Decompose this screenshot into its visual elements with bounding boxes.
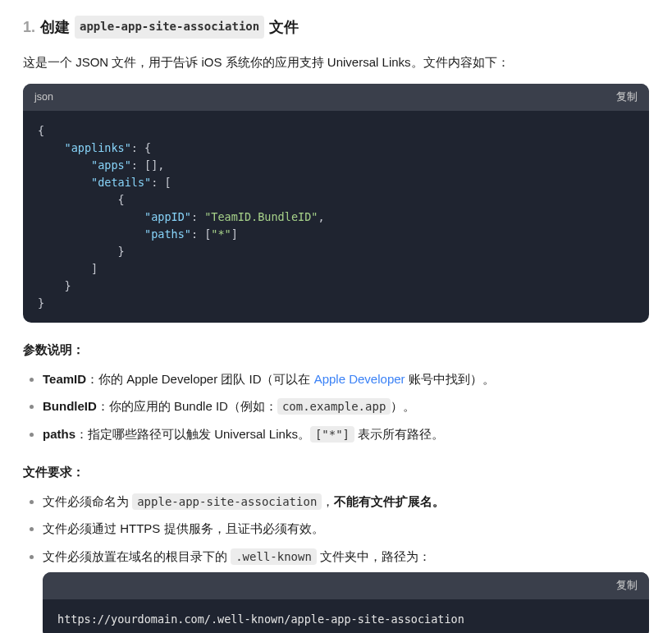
code-punc: ]: [231, 227, 238, 241]
req-text: ，: [322, 494, 334, 508]
heading-suffix: 文件: [269, 15, 299, 40]
param-text: 表示所有路径。: [354, 427, 444, 441]
code-content: { "applinks": { "apps": [], "details": […: [23, 111, 649, 323]
code-block-json: json 复制 { "applinks": { "apps": [], "det…: [23, 84, 649, 323]
req-code: .well-known: [231, 548, 317, 565]
code-key: "paths": [144, 227, 191, 241]
requirements-title: 文件要求：: [23, 461, 649, 483]
code-line: }: [38, 296, 44, 310]
param-text: ：你的 Apple Developer 团队 ID（可以在: [86, 372, 314, 386]
req-code: apple-app-site-association: [132, 493, 322, 510]
list-item: BundleID：你的应用的 Bundle ID（例如：com.example.…: [43, 396, 649, 417]
req-text: 文件夹中，路径为：: [317, 549, 431, 563]
code-line: }: [118, 245, 125, 258]
req-strong: 不能有文件扩展名。: [334, 494, 445, 508]
code-key: "apps": [91, 158, 131, 172]
step-number: 1.: [23, 15, 35, 40]
code-punc: :: [191, 210, 204, 223]
code-punc: ,: [318, 210, 324, 223]
requirements-list: 文件必须命名为 apple-app-site-association，不能有文件…: [23, 491, 649, 633]
list-item: paths：指定哪些路径可以触发 Universal Links。["*"] 表…: [43, 424, 649, 445]
code-punc: : [: [191, 227, 211, 241]
code-punc: : [],: [131, 158, 165, 172]
param-text: 账号中找到）。: [405, 372, 495, 386]
code-punc: : [: [151, 176, 171, 189]
param-key: BundleID: [43, 399, 97, 413]
code-line: ]: [91, 262, 98, 275]
param-code: com.example.app: [277, 398, 391, 415]
param-text: ：你的应用的 Bundle ID（例如：: [97, 399, 277, 413]
code-line: https://yourdomain.com/.well-known/apple…: [57, 612, 464, 626]
section-heading: 1. 创建 apple-app-site-association 文件: [23, 15, 649, 40]
code-key: "details": [91, 176, 151, 189]
param-code: ["*"]: [310, 426, 354, 443]
copy-button[interactable]: 复制: [616, 89, 638, 106]
code-punc: : {: [131, 141, 151, 154]
code-key: "appID": [144, 210, 191, 223]
intro-text: 这是一个 JSON 文件，用于告诉 iOS 系统你的应用支持 Universal…: [23, 52, 649, 73]
code-key: "applinks": [65, 141, 131, 154]
heading-code: apple-app-site-association: [75, 16, 264, 39]
params-title: 参数说明：: [23, 339, 649, 360]
copy-button[interactable]: 复制: [616, 577, 638, 594]
code-block-path: 复制 https://yourdomain.com/.well-known/ap…: [43, 572, 649, 633]
code-lang-label: json: [34, 89, 53, 106]
list-item: 文件必须命名为 apple-app-site-association，不能有文件…: [43, 491, 649, 512]
param-text: ）。: [391, 399, 415, 413]
param-text: ：指定哪些路径可以触发 Universal Links。: [75, 427, 310, 441]
param-key: paths: [43, 427, 75, 441]
code-line: {: [118, 193, 125, 206]
code-content: https://yourdomain.com/.well-known/apple…: [43, 599, 649, 633]
list-item: TeamID：你的 Apple Developer 团队 ID（可以在 Appl…: [43, 369, 649, 390]
params-list: TeamID：你的 Apple Developer 团队 ID（可以在 Appl…: [23, 369, 649, 445]
req-text: 文件必须放置在域名的根目录下的: [43, 549, 231, 563]
req-text: 文件必须命名为: [43, 494, 132, 508]
param-key: TeamID: [43, 372, 86, 386]
code-string: "*": [211, 227, 231, 241]
list-item: 文件必须放置在域名的根目录下的 .well-known 文件夹中，路径为： 复制…: [43, 546, 649, 633]
code-header: json 复制: [23, 84, 649, 111]
heading-prefix: 创建: [40, 15, 70, 40]
apple-developer-link[interactable]: Apple Developer: [314, 372, 405, 386]
code-string: "TeamID.BundleID": [204, 210, 318, 223]
code-header: 复制: [43, 572, 649, 599]
list-item: 文件必须通过 HTTPS 提供服务，且证书必须有效。: [43, 518, 649, 539]
code-line: {: [38, 124, 44, 137]
code-line: }: [65, 279, 71, 292]
